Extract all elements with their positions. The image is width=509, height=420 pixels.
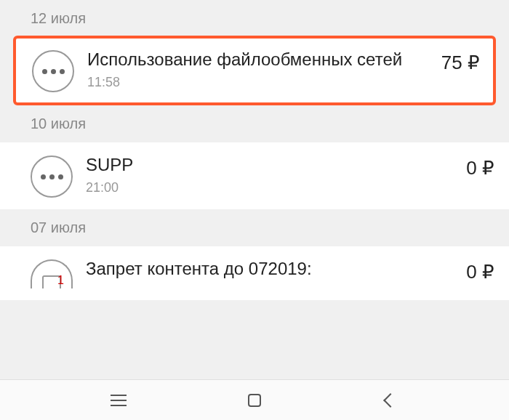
image-icon: 1 (42, 275, 61, 288)
ellipsis-icon (42, 69, 65, 74)
item-amount: 75 ₽ (441, 52, 480, 74)
item-amount: 0 ₽ (466, 157, 494, 179)
date-header: 10 июля (0, 105, 509, 142)
item-title: Запрет контента до 072019: (86, 258, 453, 280)
menu-button[interactable] (104, 386, 133, 415)
back-button[interactable] (376, 386, 405, 415)
avatar-icon (32, 50, 74, 92)
item-content: SUPP 21:00 (86, 154, 453, 195)
item-time: 21:00 (86, 180, 453, 195)
date-header: 07 июля (0, 209, 509, 246)
chevron-left-icon (383, 393, 398, 408)
ellipsis-icon (41, 174, 63, 179)
transaction-item[interactable]: SUPP 21:00 0 ₽ (0, 142, 509, 209)
item-content: Запрет контента до 072019: (86, 258, 453, 280)
square-icon (248, 394, 261, 407)
avatar-icon: 1 (31, 259, 73, 288)
transaction-list: 12 июля Использование файлообменных сете… (0, 0, 509, 379)
transaction-item[interactable]: 1 Запрет контента до 072019: 0 ₽ (0, 246, 509, 300)
navigation-bar (0, 379, 509, 420)
transaction-item[interactable]: Использование файлообменных сетей 11:58 … (13, 36, 496, 105)
date-header: 12 июля (0, 0, 509, 37)
avatar-icon (31, 156, 73, 198)
home-button[interactable] (240, 386, 269, 415)
item-title: Использование файлообменных сетей (87, 49, 428, 70)
item-title: SUPP (86, 154, 453, 176)
item-time: 11:58 (87, 75, 428, 90)
notification-badge: 1 (57, 274, 64, 287)
item-amount: 0 ₽ (466, 261, 494, 283)
hamburger-icon (111, 395, 127, 406)
item-content: Использование файлообменных сетей 11:58 (87, 49, 428, 90)
